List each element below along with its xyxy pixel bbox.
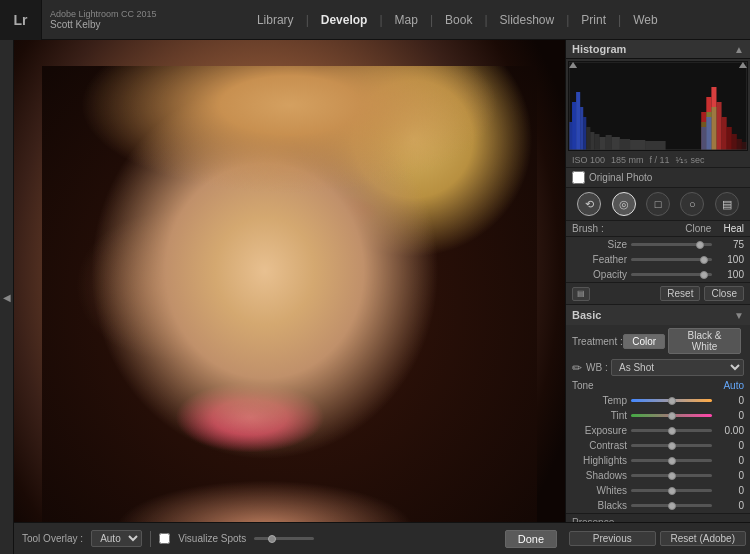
whites-thumb[interactable] [668,487,676,495]
wb-label: WB : [586,362,611,373]
nav-web[interactable]: Web [623,9,667,31]
temp-thumb[interactable] [668,397,676,405]
nav-book[interactable]: Book [435,9,482,31]
svg-rect-3 [576,92,580,150]
shadows-value: 0 [716,470,744,481]
whites-track[interactable] [631,489,712,492]
svg-rect-7 [590,132,594,150]
tint-track[interactable] [631,414,712,417]
original-photo-checkbox[interactable] [572,171,585,184]
right-panel: Histogram ▲ [565,40,750,554]
topbar: Lr Adobe Lightroom CC 2015 Scott Kelby L… [0,0,750,40]
size-thumb[interactable] [696,241,704,249]
histogram-section-header[interactable]: Histogram ▲ [566,40,750,59]
tool-crop[interactable]: ⟲ [577,192,601,216]
brush-row: Brush : Clone Heal [566,221,750,237]
blacks-thumb[interactable] [668,502,676,510]
mask-action-icon[interactable]: ▤ [572,287,590,301]
opacity-label: Opacity [572,269,627,280]
tool-spot[interactable]: ◎ [612,192,636,216]
svg-rect-28 [706,117,711,150]
temp-label: Temp [572,395,627,406]
tone-label: Tone [572,380,594,391]
app-subtitle: Adobe Lightroom CC 2015 [50,9,157,19]
nav-slideshow[interactable]: Slideshow [490,9,565,31]
opacity-value: 100 [716,269,744,280]
feather-value: 100 [716,254,744,265]
viz-slider[interactable] [254,537,314,540]
whites-slider-row: Whites 0 [566,483,750,498]
tool-gradient[interactable]: ▤ [715,192,739,216]
tool-redeye[interactable]: □ [646,192,670,216]
nav-map[interactable]: Map [385,9,428,31]
feather-track[interactable] [631,258,712,261]
bw-button[interactable]: Black & White [668,328,741,354]
feather-thumb[interactable] [700,256,708,264]
action-row: ▤ Reset Close [566,282,750,305]
svg-rect-11 [612,137,620,150]
size-slider-row: Size 75 [566,237,750,252]
blacks-value: 0 [716,500,744,511]
highlights-track[interactable] [631,459,712,462]
exposure-thumb[interactable] [668,427,676,435]
opacity-thumb[interactable] [700,271,708,279]
tone-header: Tone Auto [566,378,750,393]
brush-label: Brush : [572,223,612,234]
opacity-slider-row: Opacity 100 [566,267,750,282]
wb-icon: ✏ [572,361,582,375]
photo-area: Tool Overlay : Auto Visualize Spots Done [14,40,565,554]
contrast-track[interactable] [631,444,712,447]
size-value: 75 [716,239,744,250]
close-button[interactable]: Close [704,286,744,301]
brush-clone-option[interactable]: Clone [685,223,711,234]
size-label: Size [572,239,627,250]
user-name: Scott Kelby [50,19,157,30]
iso-value: ISO 100 [572,155,605,165]
tone-auto-button[interactable]: Auto [723,380,744,391]
brush-heal-option[interactable]: Heal [723,223,744,234]
color-button[interactable]: Color [623,334,665,349]
svg-rect-9 [600,137,606,150]
user-info: Adobe Lightroom CC 2015 Scott Kelby [42,9,165,30]
highlights-thumb[interactable] [668,457,676,465]
tint-slider-row: Tint 0 [566,408,750,423]
temp-track[interactable] [631,399,712,402]
overlay-select-2[interactable]: Auto [91,530,142,547]
svg-rect-20 [727,127,732,150]
svg-rect-8 [594,134,599,150]
left-arrow-icon: ◀ [3,292,11,303]
svg-rect-13 [630,140,645,150]
shadows-thumb[interactable] [668,472,676,480]
previous-button[interactable]: Previous [569,531,656,546]
nav-menu: Library | Develop | Map | Book | Slidesh… [165,9,750,31]
reset-adobe-button[interactable]: Reset (Adobe) [660,531,747,546]
nav-library[interactable]: Library [247,9,304,31]
contrast-thumb[interactable] [668,442,676,450]
viz-thumb[interactable] [268,535,276,543]
left-panel-toggle[interactable]: ◀ [0,40,14,554]
shadows-track[interactable] [631,474,712,477]
basic-arrow-icon: ▼ [734,310,744,321]
blacks-track[interactable] [631,504,712,507]
lr-logo: Lr [0,0,42,40]
blacks-label: Blacks [572,500,627,511]
temp-slider-row: Temp 0 [566,393,750,408]
nav-develop[interactable]: Develop [311,9,378,31]
contrast-value: 0 [716,440,744,451]
done-button-2[interactable]: Done [505,530,557,548]
visualize-spots-checkbox-2[interactable] [159,533,170,544]
wb-select[interactable]: As Shot [611,359,744,376]
tool-brush[interactable]: ○ [680,192,704,216]
whites-value: 0 [716,485,744,496]
exposure-value: 0.00 [716,425,744,436]
opacity-track[interactable] [631,273,712,276]
basic-section-header[interactable]: Basic ▼ [566,305,750,325]
temp-value: 0 [716,395,744,406]
size-track[interactable] [631,243,712,246]
tint-thumb[interactable] [668,412,676,420]
nav-print[interactable]: Print [571,9,616,31]
svg-rect-10 [606,135,612,150]
exposure-track[interactable] [631,429,712,432]
camera-info: ISO 100 185 mm f / 11 ¹⁄₁₅ sec [566,153,750,168]
reset-button[interactable]: Reset [660,286,700,301]
